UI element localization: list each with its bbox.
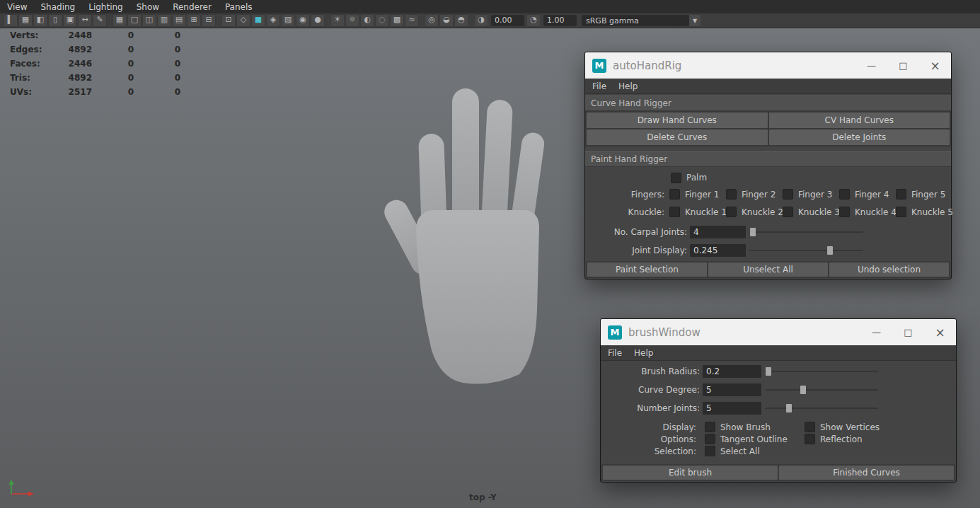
draw-hand-curves-button[interactable]: Draw Hand Curves (587, 112, 768, 128)
gamma-icon[interactable]: ◔ (526, 14, 541, 27)
finished-curves-button[interactable]: Finished Curves (779, 466, 954, 480)
brush-radius-slider[interactable] (765, 366, 878, 376)
maximize-button[interactable]: □ (892, 319, 924, 345)
close-button[interactable]: × (919, 52, 951, 79)
exposure-icon[interactable]: ◑ (474, 14, 488, 27)
menu-show[interactable]: Show (137, 2, 159, 12)
undo-selection-button[interactable]: Undo selection (829, 262, 949, 277)
isolate-select-icon[interactable]: ◎ (425, 14, 439, 27)
maximize-button[interactable]: □ (887, 52, 919, 79)
shadows-icon[interactable]: ● (311, 14, 325, 27)
brush-radius-field[interactable]: 0.2 (703, 365, 761, 378)
slider-handle[interactable] (786, 404, 792, 412)
select-camera-icon[interactable]: ▦ (18, 14, 33, 27)
lighting-all-icon[interactable]: ☀ (330, 14, 345, 27)
safe-action-icon[interactable]: ⊞ (187, 14, 201, 27)
carpal-joints-slider[interactable] (749, 227, 863, 237)
colorspace-dropdown[interactable]: sRGB gamma ▼ (582, 15, 701, 26)
shaded-display-icon[interactable]: ■ (251, 14, 265, 27)
wireframe-display-icon[interactable]: ◇ (236, 14, 250, 27)
finger-2-checkbox[interactable] (726, 189, 737, 200)
delete-joints-button[interactable]: Delete Joints (769, 129, 950, 145)
show-vertices-checkbox[interactable] (805, 422, 815, 432)
menu-view[interactable]: View (7, 2, 27, 12)
close-button[interactable]: × (924, 319, 956, 345)
show-brush-item: Show Brush (705, 422, 796, 432)
menu-help[interactable]: Help (618, 81, 638, 91)
menu-renderer[interactable]: Renderer (173, 2, 212, 12)
number-joints-slider[interactable] (765, 403, 878, 413)
frame-all-icon[interactable]: ⊡ (221, 14, 236, 27)
image-plane-icon[interactable]: ▣ (63, 14, 77, 27)
knuckle-1-checkbox[interactable] (669, 207, 680, 217)
curve-degree-slider[interactable] (765, 385, 878, 395)
knuckle-3-checkbox[interactable] (783, 207, 793, 217)
hud-value-total: 2517 (52, 87, 92, 97)
field-chart-icon[interactable]: ▤ (172, 14, 186, 27)
select-all-checkbox[interactable] (705, 446, 715, 456)
hand-model[interactable] (374, 83, 560, 388)
gamma-field[interactable]: 1.00 (543, 15, 577, 26)
film-gate-icon[interactable]: □ (127, 14, 142, 27)
default-material-icon[interactable]: ◉ (296, 14, 310, 27)
window-titlebar[interactable]: M autoHandRig — □ × (585, 52, 951, 79)
xray-joints-icon[interactable]: ◓ (454, 14, 468, 27)
unselect-all-button[interactable]: Unselect All (708, 262, 828, 277)
lock-camera-icon[interactable]: ◧ (33, 14, 47, 27)
wireframe-on-shaded-icon[interactable]: ◈ (266, 14, 280, 27)
number-joints-field[interactable]: 5 (703, 402, 761, 415)
joint-display-slider[interactable] (749, 246, 863, 255)
curve-hand-rigger-header[interactable]: Curve Hand Rigger (585, 96, 951, 111)
grease-pencil-icon[interactable]: ✎ (93, 14, 107, 27)
tangent-outline-checkbox[interactable] (705, 434, 715, 444)
menu-file[interactable]: File (608, 348, 622, 358)
menu-lighting[interactable]: Lighting (88, 2, 123, 12)
slider-handle[interactable] (800, 386, 806, 394)
gate-mask-icon[interactable]: ▥ (157, 14, 171, 27)
reflection-checkbox[interactable] (805, 434, 815, 444)
show-vertices-label: Show Vertices (820, 422, 880, 432)
menu-panels[interactable]: Panels (225, 2, 253, 12)
safe-title-icon[interactable]: ⊟ (202, 14, 216, 27)
palm-checkbox[interactable] (671, 173, 681, 183)
hud-value-selected: 0 (92, 87, 134, 97)
show-brush-checkbox[interactable] (705, 422, 715, 432)
window-titlebar[interactable]: M brushWindow — □ × (601, 319, 956, 345)
anti-alias-icon[interactable]: ▩ (390, 14, 404, 27)
edit-brush-button[interactable]: Edit brush (603, 466, 778, 480)
paint-hand-rigger-header[interactable]: Paint Hand Rigger (585, 151, 951, 167)
textured-display-icon[interactable]: ▨ (281, 14, 295, 27)
curve-degree-field[interactable]: 5 (703, 383, 761, 396)
fog-icon[interactable]: ≈ (405, 14, 419, 27)
panel-grip-icon[interactable]: ▍ (4, 14, 18, 27)
resolution-gate-icon[interactable]: ◫ (142, 14, 156, 27)
minimize-button[interactable]: — (855, 52, 887, 79)
exposure-field[interactable]: 0.00 (491, 15, 524, 26)
cv-hand-curves-button[interactable]: CV Hand Curves (769, 112, 950, 128)
lighting-default-icon[interactable]: ☼ (345, 14, 359, 27)
xray-icon[interactable]: ◒ (439, 14, 454, 27)
menu-help[interactable]: Help (634, 348, 653, 358)
camera-bookmark-icon[interactable]: ▯ (48, 14, 62, 27)
knuckle-4-checkbox[interactable] (839, 207, 850, 217)
motion-blur-icon[interactable]: ◌ (375, 14, 389, 27)
slider-handle[interactable] (750, 228, 756, 236)
knuckle-5-checkbox[interactable] (896, 207, 906, 217)
grid-icon[interactable]: ▦ (113, 14, 127, 27)
knuckle-2-checkbox[interactable] (726, 207, 737, 217)
finger-5-checkbox[interactable] (896, 189, 906, 200)
minimize-button[interactable]: — (860, 319, 892, 345)
ambient-occlusion-icon[interactable]: ◐ (360, 14, 374, 27)
slider-handle[interactable] (766, 367, 771, 376)
delete-curves-button[interactable]: Delete Curves (587, 129, 768, 145)
joint-display-field[interactable]: 0.245 (690, 244, 746, 257)
menu-shading[interactable]: Shading (40, 2, 75, 12)
finger-1-checkbox[interactable] (669, 189, 680, 200)
carpal-joints-field[interactable]: 4 (690, 226, 746, 238)
slider-handle[interactable] (827, 246, 833, 255)
pan-zoom-icon[interactable]: ↔ (78, 14, 92, 27)
finger-3-checkbox[interactable] (783, 189, 793, 200)
menu-file[interactable]: File (592, 81, 606, 91)
finger-4-checkbox[interactable] (839, 189, 850, 200)
paint-selection-button[interactable]: Paint Selection (587, 262, 707, 277)
